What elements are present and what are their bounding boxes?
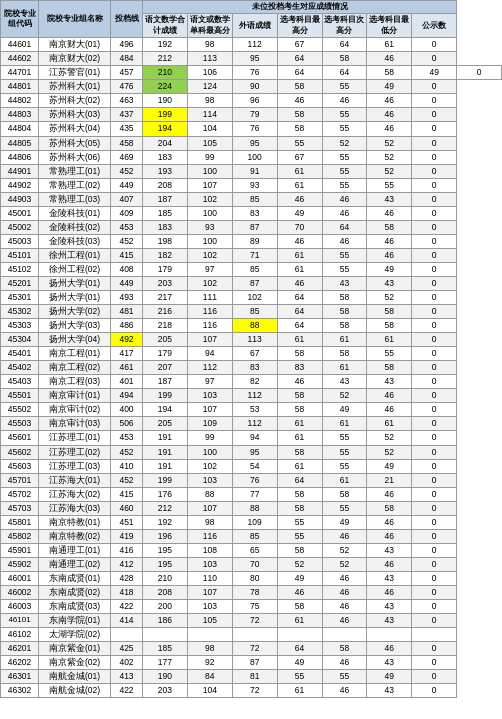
table-row: 46002东南成贤(02)418208107784646460 [1,586,502,600]
table-row: 46202南京紫金(02)40217792874946430 [1,656,502,670]
header-public: 公示数 [412,14,457,38]
table-cell: 0 [412,248,457,262]
table-cell: 55 [322,445,367,459]
table-cell: 0 [412,52,457,66]
table-cell: 46 [367,234,412,248]
table-cell: 95 [232,52,277,66]
table-cell: 扬州大学(04) [39,333,111,347]
table-cell: 65 [232,543,277,557]
table-cell: 85 [232,192,277,206]
table-cell: 45503 [1,417,39,431]
table-cell: 45502 [1,403,39,417]
table-cell: 扬州大学(03) [39,319,111,333]
table-row: 45902南通理工(02)412195103705252460 [1,557,502,571]
table-cell: 45602 [1,445,39,459]
table-cell: 49 [277,206,322,220]
table-cell: 55 [322,670,367,684]
table-cell: 58 [277,108,322,122]
table-cell: 95 [232,136,277,150]
table-row: 44602南京财大(02)484212113956458460 [1,52,502,66]
table-cell: 435 [111,122,143,136]
table-cell: 45402 [1,361,39,375]
table-cell: 58 [277,600,322,614]
table-cell: 190 [143,670,188,684]
table-cell: 46 [277,192,322,206]
table-cell: 55 [322,501,367,515]
table-cell: 452 [111,473,143,487]
table-cell: 71 [232,248,277,262]
table-cell: 0 [412,276,457,290]
table-cell: 105 [187,614,232,628]
table-cell: 46 [322,600,367,614]
table-cell: 79 [232,108,277,122]
table-cell: 210 [143,66,188,80]
table-cell: 88 [232,319,277,333]
table-cell: 418 [111,586,143,600]
table-cell: 46102 [1,628,39,642]
table-cell: 191 [143,445,188,459]
table-cell: 58 [277,543,322,557]
table-cell: 97 [187,375,232,389]
table-cell: 55 [367,178,412,192]
table-cell: 195 [143,543,188,557]
table-cell: 46 [277,276,322,290]
header-foreign: 外语成绩 [232,14,277,38]
table-cell: 453 [111,220,143,234]
table-cell: 102 [187,276,232,290]
table-cell: 494 [111,389,143,403]
table-cell: 67 [232,347,277,361]
table-cell: 58 [277,80,322,94]
table-cell: 452 [111,234,143,248]
table-cell: 176 [143,487,188,501]
table-cell: 0 [412,234,457,248]
table-cell: 52 [322,557,367,571]
table-cell: 55 [322,80,367,94]
table-row: 45002金陵科技(02)45318393877064580 [1,220,502,234]
table-cell: 46 [322,571,367,585]
table-cell: 南京审计(03) [39,417,111,431]
table-cell: 58 [277,389,322,403]
table-row: 44802苏州科大(02)46319098964646460 [1,94,502,108]
table-cell: 46 [367,529,412,543]
table-cell: 200 [143,600,188,614]
table-cell: 45003 [1,234,39,248]
table-cell: 114 [187,108,232,122]
table-cell: 78 [232,586,277,600]
table-cell: 南通理工(02) [39,557,111,571]
table-cell: 107 [187,333,232,347]
table-cell: 0 [412,361,457,375]
table-cell: 61 [277,178,322,192]
table-cell: 44901 [1,164,39,178]
table-cell: 52 [367,136,412,150]
table-row: 45801南京特教(01)451192981095549460 [1,515,502,529]
table-row: 46102太湖学院(02) [1,628,502,642]
table-cell: 0 [412,586,457,600]
table-cell: 0 [412,403,457,417]
table-cell: 0 [412,192,457,206]
table-cell: 49 [367,80,412,94]
table-cell: 61 [277,164,322,178]
table-cell: 415 [111,487,143,501]
table-cell: 99 [187,431,232,445]
table-cell: 44902 [1,178,39,192]
table-cell: 46 [367,122,412,136]
table-cell: 常熟理工(03) [39,192,111,206]
table-cell: 0 [412,614,457,628]
table-cell: 75 [232,600,277,614]
table-cell: 61 [277,417,322,431]
table-cell: 102 [187,192,232,206]
table-cell [111,628,143,642]
table-cell: 70 [277,220,322,234]
table-cell: 58 [367,319,412,333]
table-row: 45003金陵科技(03)452198100894646460 [1,234,502,248]
table-cell: 212 [143,501,188,515]
table-cell: 486 [111,319,143,333]
table-cell: 100 [187,164,232,178]
main-table: 院校专业组代码 院校专业组名称 投档线 未位投档考生对应成绩情况 语文数学合计成… [0,0,502,698]
table-cell: 103 [187,473,232,487]
table-row: 44803苏州科大(03)437199114795855460 [1,108,502,122]
table-cell: 428 [111,571,143,585]
table-cell: 94 [187,347,232,361]
table-cell: 76 [232,122,277,136]
table-cell: 南京审计(02) [39,403,111,417]
